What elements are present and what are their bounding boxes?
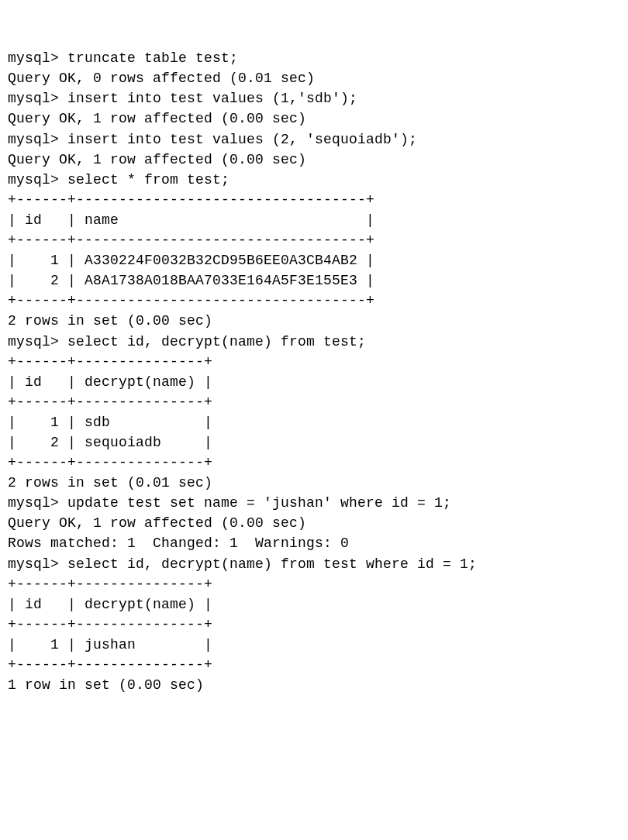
terminal-line: 2 rows in set (0.00 sec) — [8, 311, 620, 331]
terminal-line: 1 row in set (0.00 sec) — [8, 675, 620, 695]
terminal-line: +------+--------------------------------… — [8, 190, 620, 210]
terminal-line: | 2 | A8A1738A018BAA7033E164A5F3E155E3 | — [8, 270, 620, 291]
mysql-terminal-output: mysql> truncate table test;Query OK, 0 r… — [8, 48, 620, 695]
terminal-line: | 2 | sequoiadb | — [8, 432, 620, 453]
terminal-line: Query OK, 1 row affected (0.00 sec) — [8, 108, 620, 129]
terminal-line: Query OK, 1 row affected (0.00 sec) — [8, 513, 620, 533]
terminal-line: 2 rows in set (0.01 sec) — [8, 473, 620, 493]
terminal-line: +------+---------------+ — [8, 453, 620, 473]
terminal-line: | id | decrypt(name) | — [8, 372, 620, 392]
terminal-line: | 1 | A330224F0032B32CD95B6EE0A3CB4AB2 | — [8, 250, 620, 270]
terminal-line: mysql> insert into test values (2, 'sequ… — [8, 129, 620, 150]
terminal-line: mysql> update test set name = 'jushan' w… — [8, 493, 620, 513]
terminal-line: mysql> select id, decrypt(name) from tes… — [8, 332, 620, 352]
terminal-line: +------+---------------+ — [8, 392, 620, 412]
terminal-line: +------+---------------+ — [8, 615, 620, 635]
terminal-line: +------+---------------+ — [8, 655, 620, 675]
terminal-line: | id | decrypt(name) | — [8, 594, 620, 615]
terminal-line: mysql> truncate table test; — [8, 48, 620, 68]
terminal-line: +------+---------------+ — [8, 352, 620, 372]
terminal-line: | 1 | sdb | — [8, 412, 620, 432]
terminal-line: mysql> select * from test; — [8, 170, 620, 190]
terminal-line: +------+--------------------------------… — [8, 291, 620, 311]
terminal-line: | id | name | — [8, 210, 620, 230]
terminal-line: +------+--------------------------------… — [8, 230, 620, 250]
terminal-line: Query OK, 1 row affected (0.00 sec) — [8, 150, 620, 170]
terminal-line: Query OK, 0 rows affected (0.01 sec) — [8, 68, 620, 88]
terminal-line: +------+---------------+ — [8, 574, 620, 594]
terminal-line: mysql> select id, decrypt(name) from tes… — [8, 554, 620, 574]
terminal-line: | 1 | jushan | — [8, 635, 620, 655]
terminal-line: mysql> insert into test values (1,'sdb')… — [8, 88, 620, 108]
terminal-line: Rows matched: 1 Changed: 1 Warnings: 0 — [8, 533, 620, 553]
